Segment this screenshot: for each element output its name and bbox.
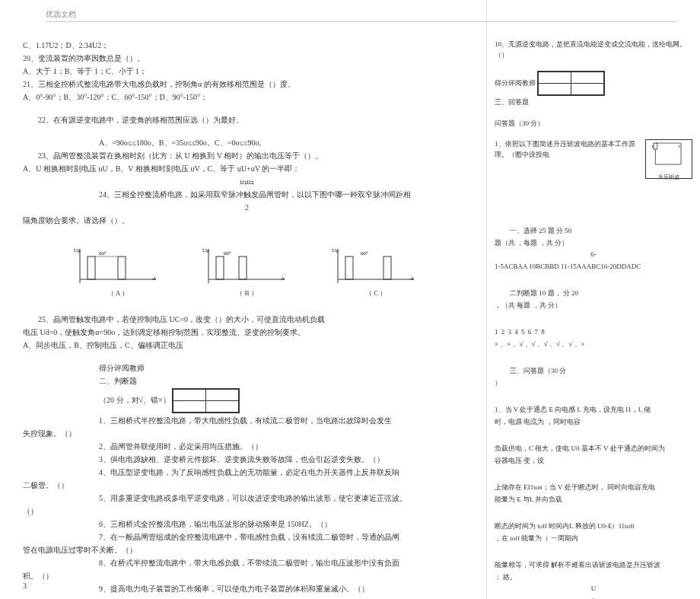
text-line: 22、在有源逆变电路中，逆变角的移相范围应选（）为最好。 — [23, 114, 471, 126]
pulse-diagram-icon: 60° Ug — [201, 241, 292, 287]
page-number: 3 — [23, 581, 27, 590]
text: （20 分，对√、错×） — [99, 396, 170, 404]
text-line: ） — [495, 378, 692, 389]
waveform-diagrams: 60° Ug （ A ） 60° Ug — [53, 241, 441, 298]
diagram-label: （ C ） — [330, 288, 422, 298]
text-line: U — [495, 584, 692, 594]
diagram-label: （ A ） — [72, 288, 164, 298]
svg-text:60°: 60° — [99, 250, 107, 256]
text-line: （） — [23, 505, 471, 517]
section-title: 二、判断题 — [23, 375, 471, 387]
svg-text:Ug: Ug — [332, 247, 339, 253]
text-line: 7、在一般晶闸管组成的全控整流电路中，带电感性负载，没有续流二极管时，导通的晶闸 — [23, 531, 471, 543]
score-row: 得分评阅教师 — [495, 71, 692, 96]
diagram-c: 60° Ug （ C ） — [330, 241, 422, 298]
svg-rect-2 — [88, 256, 95, 279]
text-line: ： 路。 — [495, 572, 692, 583]
text-line: A、U 相换相时刻电压 uU，B、V 相换相时刻电压 uV，C、等于 uU+uV… — [23, 163, 471, 174]
text-line: u₁u₂ — [23, 176, 471, 187]
text-line: C、1.17U2；D、2.34U2； — [23, 40, 471, 51]
text-line: 4、电压型逆变电路，为了反响感性负载上的无功能量，必定在电力开关器件上反并联反响 — [23, 467, 471, 478]
text-line: 6- — [495, 250, 692, 260]
score-row: 得分评阅教师 — [23, 362, 471, 374]
text-line: 5、用多重逆变电路或多电平逆变电路，可以改进逆变电路的输出波形，使它更凑近正弦波… — [23, 492, 471, 504]
text-line: × 、× 、√ 、√ 、√ 、√ 、√ 、× — [495, 339, 692, 350]
answer-section: 一、选择 25 题 分 50 题（共 ，每题 ，共 分） 6- 1-5ACBAA… — [495, 226, 692, 599]
text-line: 2、晶闸管并联使用时，必定采用均压措施。（） — [23, 441, 471, 452]
text-line: 负载供电，C 很大，使电 U0 基本不 V 处于通态的时间为 — [495, 444, 692, 454]
text-line: 1、三相桥式半控整流电路，带大电感性负载，有续流二极管时，当电路出故障时会发生 — [23, 415, 471, 426]
text-line: 1-5ACBAA 10BCBBD 11-15AAABC16-20DDADC — [495, 262, 692, 272]
svg-text:Ug: Ug — [74, 247, 81, 253]
text-line: ，（共 每题 ，共 分） — [495, 301, 692, 311]
text-line: 24、三相全控整流桥电路，如采用双窄脉冲触发晶闸管时，以以下图中哪一种双窄脉冲间… — [23, 189, 471, 200]
pulse-diagram-icon: 60° Ug — [330, 241, 422, 287]
text-line: 8、在桥式半控整流电路中，带大电感负载，不带续流二极管时，输出电压波形中没有负面 — [23, 557, 471, 569]
text-line: （20 分，对√、错×） — [23, 388, 471, 413]
svg-text:60°: 60° — [361, 250, 368, 256]
text-line: 能量相等，可求得 解析不难看出该斩波电路是升压斩波 — [495, 560, 692, 571]
section-title: 三、回答题 — [495, 97, 692, 108]
text-line: A、0°-90°；B、30°-120°；C、60°-150°；D、90°-150… — [23, 91, 471, 103]
text-line: 积。（） — [23, 570, 471, 581]
text-line: 0 — [495, 596, 692, 600]
circuit-diagram-icon: E V 升压斩波 — [645, 139, 692, 179]
text-line: 管在电源电压过零时不关断。（） — [23, 544, 471, 556]
text-line: 2 — [23, 202, 471, 213]
text-line: 6、三相桥式全控整流电路，输出电压波形的脉动频率是 150HZ。（） — [23, 518, 471, 530]
text-line: 上储存在 EI1ton；当 V 处于断态时， 同时向电容充电 — [495, 483, 692, 493]
diagram-b: 60° Ug （ B ） — [201, 241, 292, 298]
text-line: 失控现象。（） — [23, 428, 471, 439]
text-line: 电压 Ud=0，使触发角α=90o，达到调定移相控制范围，实现整流、逆变的控制要… — [23, 327, 471, 338]
text-line: 9、提高电力电子装置的工作频率，可以使电力电子装置的体积和重量减小。（） — [23, 583, 471, 594]
svg-rect-10 — [239, 256, 247, 279]
text-line: 隔角度吻合要求。请选择（）。 — [23, 215, 471, 226]
document-page: 优选文档 C、1.17U2；D、2.34U2； 20、变流装置的功率因数总是（）… — [0, 0, 700, 599]
text-line: 25、晶闸管触发电路中，若使控制电压 UC=0，改变（）的大小，可使直流电动机负… — [23, 314, 471, 325]
diagram-label: （ B ） — [201, 288, 292, 298]
text-line: 20、变流装置的功率因数总是（）。 — [23, 53, 471, 64]
pulse-diagram-icon: 60° Ug — [72, 241, 164, 287]
text-line: 21、三相全控桥式整流电路带大电感负载时，控制角α 的有效移相范围是（）度。 — [23, 78, 471, 90]
text-line: A、同步电压，B、控制电压，C、偏移调正电压 — [23, 339, 471, 351]
text-line: 能量为 E 与L 并向负载 — [495, 495, 692, 505]
svg-rect-3 — [118, 256, 126, 279]
page-header: 优选文档 — [46, 9, 677, 22]
left-column: C、1.17U2；D、2.34U2； 20、变流装置的功率因数总是（）。 A、大… — [0, 0, 487, 599]
diagram-a: 60° Ug （ A ） — [72, 241, 164, 298]
right-column: 10、无源逆变电路，是把直流电能逆变成交流电能，送给电网。（） 得分评阅教师 三… — [487, 0, 700, 599]
text-line: ，在 toff 能量为（ 一周期内 — [495, 534, 692, 544]
text-line: 问答题（30 分） — [495, 119, 692, 129]
text-line: A、大于 1；B、等于 1；C、小于 1； — [23, 65, 471, 77]
text-line: 3、供电电源缺相、逆变桥元件损坏、逆变换流失败等故障，也会引起逆变失败。（） — [23, 454, 471, 465]
text-line: 一、选择 25 题 分 50 — [495, 226, 692, 237]
text-line: 三、问答题（30 分 — [495, 366, 692, 377]
svg-rect-19 — [654, 143, 657, 149]
text-line: 题（共 ，每题 ，共 分） — [495, 238, 692, 249]
score-box — [172, 388, 240, 413]
svg-rect-9 — [216, 256, 224, 279]
text-line: 时，电源 电流为 ，同时电容 — [495, 417, 692, 428]
svg-rect-16 — [383, 256, 391, 279]
svg-text:V: V — [678, 145, 681, 148]
score-label: 得分评阅教师 — [99, 364, 145, 372]
text-line: E V 升压斩波 1、依照以下图简述升压斩波电路的基本工作原理。（图中设投电 — [495, 139, 692, 160]
svg-text:E: E — [652, 145, 654, 148]
svg-rect-15 — [345, 256, 353, 279]
score-label: 得分评阅教师 — [495, 79, 536, 87]
diagram-caption: 升压斩波 — [646, 174, 692, 182]
text-line: 1 2 3 4 5 6 7 8 — [495, 327, 692, 338]
score-box — [537, 71, 605, 96]
text-line: A、=90o≤≤180o。B、=35o≤≤90o。C、=0o≤≤90o。 — [23, 137, 471, 148]
text-line: 二判断题 10 题， 分 20 — [495, 288, 692, 299]
text: 1、依照以下图简述升压斩波电路的基本工作原理。（图中设投电 — [495, 140, 635, 158]
svg-text:60°: 60° — [224, 250, 231, 256]
svg-text:Ug: Ug — [202, 247, 209, 253]
text-line: 23、晶闸管整流装置在换相时刻（比方：从 U 相换到 V 相时）的输出电压等于（… — [23, 150, 471, 161]
text-line: 二极管。（） — [23, 480, 471, 491]
text-line: 容器电压 变，设 — [495, 456, 692, 467]
text-line: 1、当 V 处于通态 E 向电感 L 充电，设充电 I1，L 储 — [495, 405, 692, 416]
text-line: 断态的时间为 toff 时间内L 释放的 U0-E）I1toff — [495, 521, 692, 532]
text-line: 10、无源逆变电路，是把直流电能逆变成交流电能，送给电网。（） — [495, 40, 692, 60]
